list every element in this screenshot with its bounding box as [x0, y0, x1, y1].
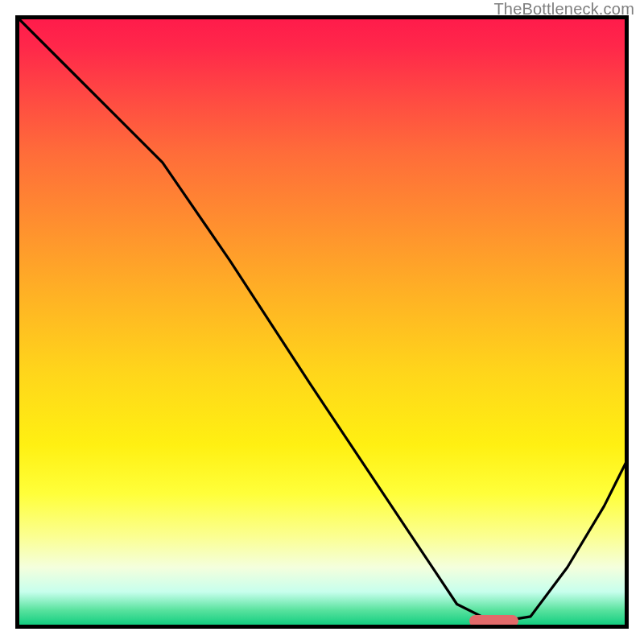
gradient-background: [15, 15, 629, 629]
plot-area: [15, 15, 629, 629]
highlight-marker: [469, 615, 518, 627]
chart-frame: TheBottleneck.com: [0, 0, 644, 644]
watermark-text: TheBottleneck.com: [493, 0, 634, 19]
